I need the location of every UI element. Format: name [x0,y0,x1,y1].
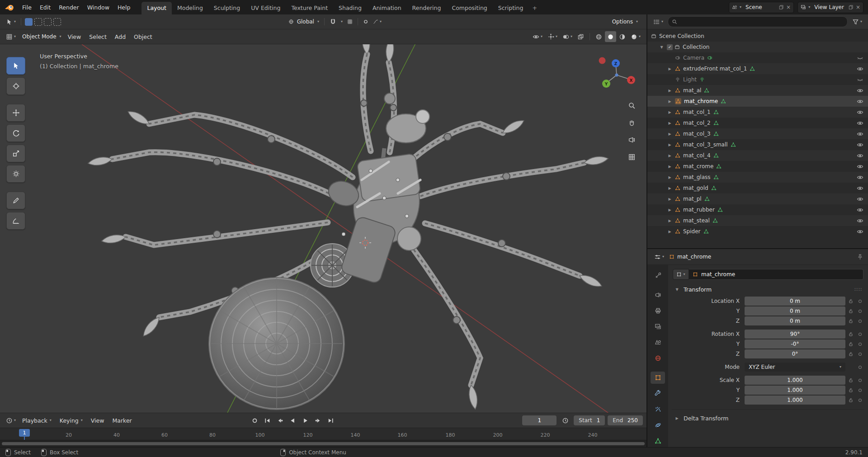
timeline-track-area[interactable] [0,440,646,447]
previous-keyframe-button[interactable] [274,415,286,425]
tab-physics[interactable] [651,419,665,431]
viewport-3d[interactable]: User Perspective (1) Collection | mat_ch… [0,44,646,413]
tab-scene[interactable] [651,336,665,349]
delta-transform-panel[interactable]: Delta Transform [672,409,864,427]
scale-x-field[interactable]: 1.000 [745,376,845,385]
timeline-menu-keying[interactable]: Keying [56,415,87,426]
outliner-item-mat-col-1[interactable]: mat_col_1 [647,107,868,118]
tab-view-layer[interactable] [651,320,665,333]
outliner-item-extrudefront[interactable]: extrudeFront mat_col_1 [647,63,868,74]
menu-file[interactable]: File [18,2,36,13]
editor-type-dropdown[interactable] [4,31,18,42]
expand-icon[interactable] [666,165,673,169]
outliner-item-mat-pl[interactable]: mat_pl [647,193,868,204]
axis-y-label[interactable]: Y [604,82,608,86]
lock-icon[interactable] [848,377,854,383]
outliner-editor-dropdown[interactable] [651,16,665,27]
eye-icon[interactable] [857,228,863,235]
axis-z-label[interactable]: Z [614,61,618,66]
expand-icon[interactable] [666,230,673,234]
viewport-menu-select[interactable]: Select [85,32,111,42]
animate-decorator[interactable] [859,379,862,382]
outliner-item-collection[interactable]: Collection [647,42,868,52]
collapse-icon[interactable] [674,287,680,292]
use-preview-range-toggle[interactable] [559,415,571,425]
snap-settings-dropdown[interactable] [339,16,345,27]
outliner-item-mat-rubber[interactable]: mat_rubber [647,204,868,215]
jump-to-start-button[interactable] [262,415,274,425]
location-z-field[interactable]: 0 m [745,316,845,325]
eye-icon[interactable] [857,217,863,224]
outliner-item-mat-al[interactable]: mat_al [647,85,868,96]
axis-x-label[interactable]: X [630,78,633,83]
navigation-gizmo[interactable]: Z Y X [594,49,639,94]
timeline-ruler[interactable]: 20 40 60 80 100 120 140 160 180 200 220 … [0,428,646,440]
eye-icon[interactable] [857,196,863,203]
outliner-item-mat-steal[interactable]: mat_steal [647,215,868,226]
frame-start-field[interactable]: Start1 [574,415,605,425]
menu-edit[interactable]: Edit [36,2,55,13]
collection-checkbox[interactable] [667,44,673,50]
expand-icon[interactable] [666,219,673,223]
viewport-menu-object[interactable]: Object [130,32,156,42]
proportional-editing-toggle[interactable] [361,16,371,27]
menu-help[interactable]: Help [113,2,135,13]
xray-toggle[interactable] [575,31,586,42]
animate-decorator[interactable] [859,333,862,336]
viewport-menu-add[interactable]: Add [111,32,130,42]
animate-decorator[interactable] [859,300,862,303]
timeline-menu-playback[interactable]: Playback [18,415,56,426]
zoom-button[interactable] [627,100,637,110]
select-mode-extend-toggle[interactable] [34,18,42,26]
gizmos-dropdown[interactable] [545,31,560,42]
timeline-hscrollbar[interactable] [2,442,645,445]
camera-view-button[interactable] [627,135,637,145]
object-name-field[interactable]: mat_chrome [689,269,863,280]
shading-wireframe-button[interactable] [593,31,604,42]
workspace-tab-uv-editing[interactable]: UV Editing [245,2,286,14]
expand-icon[interactable] [666,121,673,125]
panel-drag-handle-icon[interactable] [854,287,863,292]
options-dropdown[interactable]: Options [608,16,640,27]
eye-closed-icon[interactable] [857,76,863,83]
eye-icon[interactable] [857,98,863,105]
move-tool[interactable] [6,104,25,122]
outliner-item-mat-col-3[interactable]: mat_col_3 [647,128,868,139]
shading-solid-button[interactable] [605,31,616,42]
eye-icon[interactable] [857,120,863,127]
eye-icon[interactable] [857,152,863,159]
outliner-root[interactable]: Scene Collection [647,31,868,42]
transform-orientation-dropdown[interactable]: Global [286,16,321,27]
playhead[interactable]: 1 [19,429,30,440]
annotate-tool[interactable] [6,192,25,209]
ortho-grid-button[interactable] [627,152,637,162]
play-reverse-button[interactable] [287,415,299,425]
expand-icon[interactable] [666,110,673,114]
tab-particles[interactable] [651,403,665,415]
auto-keying-toggle[interactable] [249,415,261,425]
tab-output[interactable] [651,305,665,317]
animate-decorator[interactable] [859,353,862,356]
lock-icon[interactable] [848,397,854,403]
next-keyframe-button[interactable] [312,415,324,425]
remove-view-layer-icon[interactable] [856,4,860,10]
rotation-z-field[interactable]: 0° [745,349,845,358]
outliner-item-mat-col-3-small[interactable]: mat_col_3_small [647,139,868,150]
rotate-tool[interactable] [6,124,25,142]
outliner-item-mat-glass[interactable]: mat_glass [647,172,868,183]
lock-icon[interactable] [848,308,854,314]
tab-world[interactable] [651,352,665,364]
outliner-filter-dropdown[interactable] [850,16,864,27]
view-layer-selector[interactable]: View Layer [797,2,863,13]
unlink-scene-icon[interactable] [786,4,791,10]
snap-target-button[interactable] [345,16,355,27]
scene-selector[interactable]: Scene [729,2,794,13]
outliner-item-mat-chrome[interactable]: mat_chrome [647,96,868,107]
workspace-tab-rendering[interactable]: Rendering [407,2,447,14]
lock-icon[interactable] [848,341,854,347]
overlays-dropdown[interactable] [560,31,575,42]
select-mode-new-toggle[interactable] [25,18,33,26]
eye-icon[interactable] [857,185,863,192]
current-frame-field[interactable]: 1 [522,415,557,425]
transform-tool[interactable] [6,165,25,183]
